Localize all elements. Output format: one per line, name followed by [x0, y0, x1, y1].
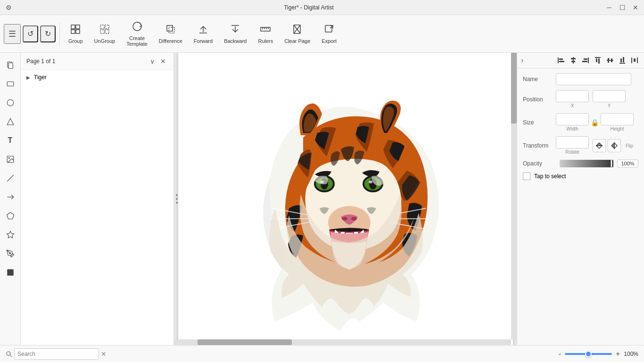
- svg-marker-27: [7, 118, 14, 125]
- tool-image[interactable]: [2, 151, 19, 168]
- tool-pages[interactable]: [2, 57, 19, 74]
- redo-button[interactable]: ↻: [40, 25, 56, 42]
- tool-star[interactable]: [2, 226, 19, 243]
- rulers-icon: [260, 24, 271, 37]
- toolbar-export[interactable]: Export: [317, 21, 341, 47]
- settings-button[interactable]: ⚙: [4, 3, 13, 12]
- name-input[interactable]: [556, 73, 631, 85]
- size-label: Size: [523, 119, 556, 126]
- layer-panel: Page 1 of 1 ∨ ✕ ▶ Tiger: [21, 53, 174, 345]
- flip-vertical-button[interactable]: [593, 139, 606, 152]
- tool-shape[interactable]: [2, 264, 19, 281]
- lock-icon[interactable]: 🔒: [591, 119, 599, 126]
- tool-rectangle[interactable]: [2, 75, 19, 92]
- svg-rect-9: [167, 25, 173, 31]
- toolbar-ungroup[interactable]: UnGroup: [90, 21, 120, 47]
- list-item[interactable]: ▶ Tiger: [21, 70, 173, 84]
- toolbar-rulers[interactable]: Rulers: [253, 21, 278, 47]
- zoom-out-button[interactable]: -: [559, 350, 561, 358]
- search-clear-button[interactable]: ✕: [101, 350, 107, 358]
- tool-pentagon[interactable]: [2, 207, 19, 224]
- minimize-button[interactable]: ─: [604, 3, 614, 12]
- width-input[interactable]: [556, 113, 589, 125]
- svg-rect-55: [559, 58, 563, 60]
- align-buttons: [555, 55, 640, 66]
- flip-horizontal-button[interactable]: [608, 139, 621, 152]
- svg-rect-67: [608, 58, 609, 63]
- canvas-area[interactable]: [174, 53, 517, 345]
- svg-rect-68: [611, 58, 612, 62]
- tool-circle[interactable]: [2, 94, 19, 111]
- align-left-button[interactable]: [555, 55, 567, 66]
- tool-text[interactable]: T: [2, 132, 19, 149]
- svg-rect-56: [559, 61, 564, 62]
- svg-marker-77: [611, 143, 614, 148]
- height-label: Height: [611, 126, 624, 132]
- position-row: Position X Y: [523, 90, 638, 108]
- svg-rect-58: [571, 58, 576, 59]
- rotate-input[interactable]: [556, 136, 589, 148]
- x-input-group: X: [556, 90, 589, 108]
- close-button[interactable]: ✕: [631, 3, 640, 12]
- tool-line[interactable]: [2, 170, 19, 187]
- canvas-vertical-scrollbar[interactable]: [511, 53, 517, 339]
- panel-expand-button[interactable]: ›: [521, 56, 523, 65]
- distribute-h-button[interactable]: [629, 55, 640, 66]
- zoom-slider-thumb: [585, 351, 592, 357]
- maximize-button[interactable]: ☐: [618, 3, 627, 12]
- align-bottom-button[interactable]: [617, 55, 628, 66]
- transform-row: Transform Rotate: [523, 136, 638, 155]
- menu-button[interactable]: ☰: [4, 24, 21, 44]
- svg-line-22: [330, 25, 333, 28]
- flip-label-group: Flip: [623, 142, 636, 148]
- handle-dot-2: [176, 198, 178, 200]
- flip-buttons: [593, 139, 621, 152]
- layer-collapse-button[interactable]: ∨: [148, 57, 157, 66]
- align-middle-button[interactable]: [604, 55, 616, 66]
- height-input[interactable]: [601, 113, 634, 125]
- x-input[interactable]: [556, 90, 589, 102]
- toolbar-create-template[interactable]: Create Template: [122, 18, 152, 49]
- main-toolbar: ☰ ↺ ↻ Group UnGroup Create Templ: [0, 15, 644, 53]
- tool-arrow[interactable]: [2, 189, 19, 206]
- toolbar-clear-page[interactable]: Clear Page: [280, 21, 315, 47]
- tap-select-checkbox[interactable]: [523, 173, 530, 180]
- export-icon: [323, 24, 335, 37]
- tool-triangle[interactable]: [2, 113, 19, 130]
- difference-label: Difference: [159, 38, 182, 44]
- svg-point-29: [8, 157, 9, 158]
- svg-rect-5: [105, 25, 109, 29]
- main-layout: T: [0, 53, 644, 345]
- window-controls: ─ ☐ ✕: [604, 3, 640, 12]
- tool-pen[interactable]: [2, 245, 19, 262]
- toolbar-difference[interactable]: Difference: [154, 21, 187, 47]
- align-right-button[interactable]: [580, 55, 591, 66]
- layer-name: Tiger: [34, 74, 47, 81]
- opacity-value: 100%: [617, 159, 638, 168]
- toolbar-group[interactable]: Group: [64, 21, 88, 47]
- create-template-icon: [132, 21, 143, 34]
- width-input-group: Width: [556, 113, 589, 132]
- canvas-horizontal-scrollbar[interactable]: [174, 339, 511, 345]
- align-top-button[interactable]: [592, 55, 603, 66]
- difference-icon: [165, 24, 176, 37]
- layer-close-button[interactable]: ✕: [158, 57, 168, 66]
- y-input[interactable]: [593, 90, 626, 102]
- tap-select-label: Tap to select: [534, 173, 566, 180]
- svg-rect-60: [588, 58, 589, 63]
- width-label: Width: [566, 126, 578, 132]
- toolbar-backward[interactable]: Backward: [219, 21, 251, 47]
- ungroup-icon: [99, 24, 110, 37]
- align-center-h-button[interactable]: [568, 55, 579, 66]
- opacity-slider[interactable]: [560, 160, 613, 167]
- svg-rect-2: [71, 30, 75, 33]
- toolbar-forward[interactable]: Forward: [189, 21, 217, 47]
- zoom-slider[interactable]: [565, 353, 612, 355]
- zoom-in-button[interactable]: +: [616, 350, 620, 358]
- search-input[interactable]: [14, 348, 99, 360]
- forward-label: Forward: [194, 38, 213, 44]
- undo-button[interactable]: ↺: [23, 25, 38, 42]
- svg-rect-24: [8, 63, 13, 69]
- panel-resize-handle[interactable]: [174, 190, 180, 207]
- svg-rect-64: [596, 58, 597, 62]
